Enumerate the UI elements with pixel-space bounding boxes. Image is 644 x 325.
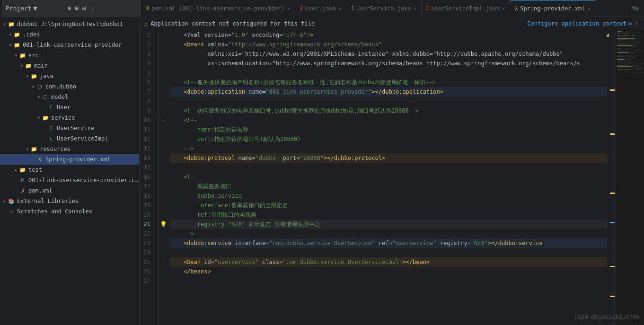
code-text: <!--服务提供者必须声明名称:必须包装服务名称唯一性,它的名称是dubbo内部… xyxy=(170,78,436,87)
line-number: 11 xyxy=(140,125,154,134)
tree-arrow-icon: ▼ xyxy=(36,116,42,120)
tab-userservice-java[interactable]: IUserService.java✕ xyxy=(346,0,422,17)
code-line[interactable]: name:指定协议名称 xyxy=(170,125,607,134)
code-line[interactable]: <dubbo:application name="001-link-userse… xyxy=(170,87,607,97)
mini-map-row xyxy=(617,51,643,52)
tab-userserviceimpl-java[interactable]: JUserServiceImpl.java✕ xyxy=(422,0,511,17)
mini-map-row xyxy=(617,31,643,32)
code-line[interactable]: interface:要暴露接口的全限定名 xyxy=(170,201,607,210)
gutter-cell xyxy=(159,238,168,248)
code-line[interactable]: port:指定协议的端口号(默认为20880) xyxy=(170,134,607,144)
tree-item[interactable]: ▼ 📁 resources xyxy=(0,144,139,154)
tab-spring-provider-xml[interactable]: XSpring-provider.xml✕ xyxy=(510,0,595,17)
code-line[interactable]: xsi:schemaLocation="http://www.springfra… xyxy=(170,59,607,68)
tree-item-label: pom.xml xyxy=(28,187,53,194)
tab-user-java[interactable]: JUser.java✕ xyxy=(295,0,346,17)
code-text: name:指定协议名称 xyxy=(170,125,248,134)
tab-options-icon[interactable]: Ma xyxy=(628,5,642,12)
code-line[interactable]: --> xyxy=(170,144,607,153)
configure-menu-icon[interactable]: ⋮ xyxy=(634,20,639,27)
configure-gear-icon[interactable]: ⚙ xyxy=(628,20,632,27)
code-line[interactable] xyxy=(170,68,607,78)
tree-item[interactable]: ▶ 📁 test xyxy=(0,165,139,175)
tab-icon-2[interactable]: ⊞ xyxy=(75,5,79,12)
line-number: 1 xyxy=(140,30,154,40)
code-line[interactable] xyxy=(170,97,607,106)
line-numbers: 1234567891011121314151617181920212223242… xyxy=(140,30,159,325)
tree-item[interactable]: ✎ Scratches and Consoles xyxy=(0,206,139,217)
project-header[interactable]: Project ▼ ⊕ ⊞ ⊟ ⋮ xyxy=(2,0,141,17)
mini-line xyxy=(636,72,643,73)
code-line[interactable]: 暴露服务接口 xyxy=(170,182,607,191)
tree-item[interactable]: X pom.xml xyxy=(0,185,139,196)
project-chevron-icon: ▼ xyxy=(34,5,37,12)
tree-item[interactable]: ▼ 📁 src xyxy=(0,50,139,61)
mini-map-row xyxy=(617,45,643,46)
code-content[interactable]: <?xml version="1.0" encoding="UTF-8"?> <… xyxy=(168,30,609,325)
tree-item[interactable]: ▶ 📚 External Libraries xyxy=(0,196,139,206)
code-line[interactable]: dubbo:service xyxy=(170,191,607,201)
fold-icon[interactable]: − xyxy=(162,175,165,180)
tree-item[interactable]: I UserService xyxy=(0,123,139,133)
code-line[interactable]: --> xyxy=(170,229,607,238)
tree-item[interactable]: C User xyxy=(0,102,139,113)
tab-close-icon[interactable]: ✕ xyxy=(287,6,290,11)
code-line[interactable]: <dubbo:protocol name="dubbo" port="20880… xyxy=(170,153,607,163)
code-line[interactable]: <beans xmlns="http://www.springframework… xyxy=(170,40,607,49)
code-line[interactable]: </beans> xyxy=(170,267,607,276)
line-number: 23 xyxy=(140,238,154,248)
gutter-cell xyxy=(159,144,168,153)
tab-pom-xml[interactable]: Xpom.xml (001-link-userservice-provider)… xyxy=(141,0,295,17)
tree-item-label: Scratches and Consoles xyxy=(17,208,92,215)
tab-icon-1[interactable]: ⊕ xyxy=(68,5,71,12)
code-line[interactable]: <!-- xyxy=(170,172,607,182)
code-line[interactable]: ref:引用接口的实现类 xyxy=(170,210,607,220)
mini-line xyxy=(617,48,622,49)
code-line[interactable]: <!--服务提供者必须声明名称:必须包装服务名称唯一性,它的名称是dubbo内部… xyxy=(170,78,607,87)
warning-bar: ⚠ Application context not configured for… xyxy=(140,17,644,30)
mini-line xyxy=(624,31,632,32)
code-text: <dubbo:protocol name="dubbo" port="20880… xyxy=(170,153,385,163)
fold-icon[interactable]: − xyxy=(162,118,165,123)
tree-item[interactable]: ▼ 📁 service xyxy=(0,113,139,123)
tab-close-icon[interactable]: ✕ xyxy=(414,6,416,11)
code-text: --> xyxy=(170,144,194,153)
code-line[interactable] xyxy=(170,276,607,286)
tree-item[interactable]: ▼ 📁 001-link-userservice-provider xyxy=(0,40,139,50)
configure-link[interactable]: Configure application context ⚙ ⋮ xyxy=(527,20,639,27)
mini-map-row xyxy=(617,68,643,69)
gutter: −−💡 xyxy=(159,30,168,325)
tree-item[interactable]: ▼ 📁 java xyxy=(0,71,139,81)
code-line[interactable]: <!--访问服务协议的名称及端口号,dubbo官方推荐使用dubbo协议,端口号… xyxy=(170,106,607,115)
tree-item[interactable]: ▼ 📁 main xyxy=(0,61,139,71)
tree-item[interactable]: M 001-link-userservice-provider.iml xyxy=(0,175,139,185)
code-line[interactable]: <!-- xyxy=(170,115,607,125)
code-line[interactable] xyxy=(170,248,607,257)
tab-close-icon[interactable]: ✕ xyxy=(502,6,505,11)
tree-item[interactable]: ▼ ⬡ com.dubbo xyxy=(0,81,139,92)
code-line[interactable]: registry="N/A" 表示直连 没有使用注册中心 xyxy=(170,220,607,229)
tab-icon-3[interactable]: ⊟ xyxy=(82,5,86,12)
code-line[interactable]: <dubbo:service interface="com.dubbo.serv… xyxy=(170,238,607,248)
tree-item[interactable]: X Spring-provider.xml xyxy=(0,154,139,165)
scroll-markers xyxy=(609,30,616,325)
tree-item[interactable]: ▼ 📁 dubbo1 J:\SpringBootTest\dubbo1 xyxy=(0,19,139,29)
tab-close-icon[interactable]: ✕ xyxy=(338,6,341,11)
tab-icon-menu[interactable]: ⋮ xyxy=(90,5,96,12)
tree-item[interactable]: ▼ ⬡ model xyxy=(0,92,139,102)
scroll-marker xyxy=(610,193,615,194)
tree-item[interactable]: C UserServiceImpl xyxy=(0,133,139,144)
tree-arrow-icon: ▼ xyxy=(8,33,13,37)
code-line[interactable]: <?xml version="1.0" encoding="UTF-8"?> xyxy=(170,30,607,40)
mini-line xyxy=(617,59,625,60)
line-number: 17 xyxy=(140,182,154,191)
tab-close-icon[interactable]: ✕ xyxy=(587,6,590,11)
tree-item[interactable]: ▼ 📁 .idea xyxy=(0,29,139,40)
code-line[interactable]: xmlns:xsi="http://www.w3.org/2001/XMLSch… xyxy=(170,49,607,59)
tree-item-label: UserService xyxy=(57,125,94,132)
bulb-icon[interactable]: 💡 xyxy=(160,221,167,228)
code-line[interactable]: <bean id="userservice" class="com.dubbo.… xyxy=(170,257,607,267)
line-number: 15 xyxy=(140,163,154,172)
code-line[interactable] xyxy=(170,163,607,172)
tree-arrow-icon: ▼ xyxy=(36,95,42,99)
